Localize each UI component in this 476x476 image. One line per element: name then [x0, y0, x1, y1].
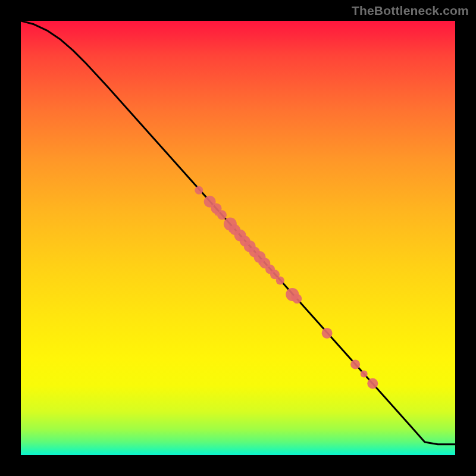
data-point [292, 294, 302, 303]
plot-area [21, 21, 455, 455]
data-point [276, 277, 284, 285]
chart-svg [21, 21, 455, 455]
data-point [195, 186, 203, 195]
watermark-text: TheBottleneck.com [352, 4, 469, 18]
data-point [322, 328, 333, 339]
data-point [350, 359, 360, 369]
data-point [367, 378, 378, 389]
data-point [361, 371, 368, 378]
chart-frame: TheBottleneck.com [0, 0, 476, 476]
data-point [217, 210, 227, 220]
